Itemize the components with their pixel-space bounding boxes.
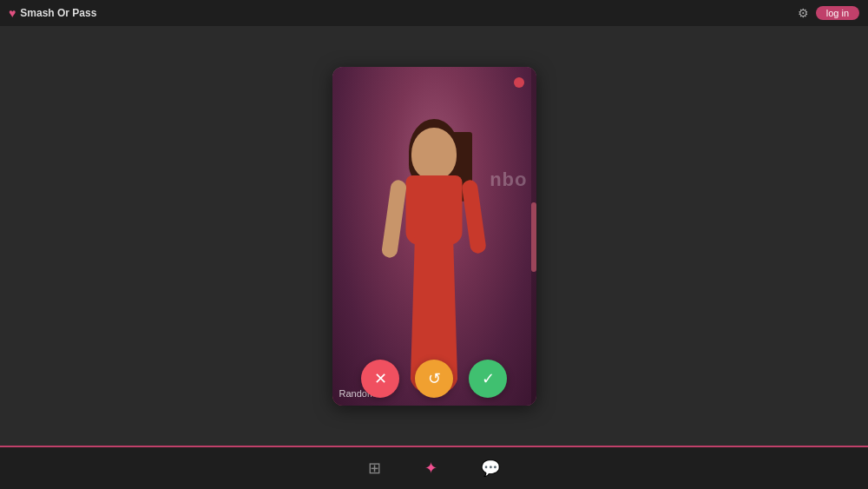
action-buttons: ✕ ↺ ✓ — [361, 360, 507, 398]
header: ♥ Smash Or Pass ⚙ log in — [0, 0, 868, 26]
grid-nav-icon[interactable]: ⊞ — [368, 459, 381, 478]
background-text: nbo — [490, 169, 527, 191]
heart-icon: ♥ — [9, 6, 16, 20]
refresh-button[interactable]: ↺ — [415, 360, 453, 398]
card-scrollbar-thumb — [531, 202, 536, 272]
card-image: nbo — [332, 67, 536, 406]
figure-torso — [406, 175, 463, 245]
login-button[interactable]: log in — [816, 6, 859, 20]
logo-text: Smash Or Pass — [20, 7, 96, 19]
gear-icon[interactable]: ⚙ — [798, 6, 809, 20]
main-content: nbo Random ✕ ↺ ✓ — [0, 26, 868, 446]
smash-button[interactable]: ✓ — [469, 360, 507, 398]
logo: ♥ Smash Or Pass — [9, 6, 96, 20]
bottom-nav: ⊞ ✦ 💬 — [0, 446, 868, 489]
pass-button[interactable]: ✕ — [361, 360, 399, 398]
header-right: ⚙ log in — [798, 6, 859, 20]
star-nav-icon[interactable]: ✦ — [424, 459, 437, 478]
chat-nav-icon[interactable]: 💬 — [481, 459, 500, 478]
card-indicator-dot — [514, 77, 524, 88]
figure-head — [411, 128, 457, 180]
photo-card: nbo Random — [332, 67, 536, 406]
card-scrollbar[interactable] — [531, 67, 536, 406]
